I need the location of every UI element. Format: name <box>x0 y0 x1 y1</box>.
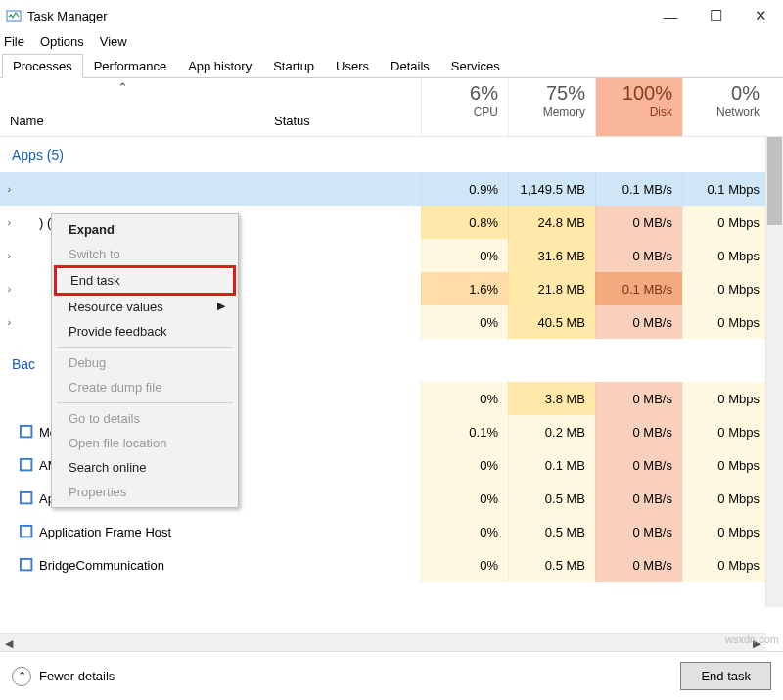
disk-pct: 100% <box>596 82 672 105</box>
net-cell: 0 Mbps <box>682 382 769 415</box>
col-status[interactable]: Status <box>274 78 421 136</box>
disk-cell: 0 MB/s <box>595 415 682 448</box>
expand-icon[interactable]: › <box>0 283 19 295</box>
col-disk[interactable]: 100% Disk <box>595 78 682 136</box>
expand-icon[interactable]: › <box>0 183 19 195</box>
ctx-open-location: Open file location <box>55 431 235 455</box>
title-bar: Task Manager — ☐ ✕ <box>0 0 783 31</box>
app-icon <box>19 391 33 406</box>
net-cell: 0 Mbps <box>682 515 769 548</box>
net-cell: 0 Mbps <box>682 482 769 515</box>
mem-cell: 40.5 MB <box>508 305 595 339</box>
group-apps[interactable]: Apps (5) <box>0 137 783 172</box>
table-row[interactable]: › 0.9% 1,149.5 MB 0.1 MB/s 0.1 Mbps <box>0 172 783 206</box>
vertical-scrollbar[interactable] <box>765 137 783 607</box>
mem-cell: 0.5 MB <box>508 515 595 548</box>
disk-cell: 0 MB/s <box>595 548 682 582</box>
col-memory[interactable]: 75% Memory <box>508 78 595 136</box>
tab-processes[interactable]: Processes <box>2 54 83 78</box>
mem-cell: 0.5 MB <box>508 548 595 582</box>
table-row[interactable]: BridgeCommunication 0% 0.5 MB 0 MB/s 0 M… <box>0 548 783 582</box>
col-cpu[interactable]: 6% CPU <box>421 78 508 136</box>
table-row[interactable]: Application Frame Host 0% 0.5 MB 0 MB/s … <box>0 515 783 548</box>
ctx-expand[interactable]: Expand <box>55 217 235 242</box>
horizontal-scrollbar[interactable]: ◀ ▶ <box>0 633 765 651</box>
svg-rect-2 <box>22 427 31 437</box>
context-menu: Expand Switch to End task Resource value… <box>51 213 239 508</box>
disk-cell: 0 MB/s <box>595 482 682 515</box>
column-headers: ⌃ Name Status 6% CPU 75% Memory 100% Dis… <box>0 78 783 137</box>
app-icon <box>19 457 33 473</box>
cpu-cell: 0.8% <box>421 206 508 239</box>
close-button[interactable]: ✕ <box>738 0 783 31</box>
mem-cell: 0.1 MB <box>508 448 595 482</box>
mem-cell: 24.8 MB <box>508 206 595 239</box>
net-cell: 0 Mbps <box>682 548 769 582</box>
app-icon <box>19 490 33 506</box>
mem-cell: 0.5 MB <box>508 482 595 515</box>
cpu-label: CPU <box>422 105 498 118</box>
svg-rect-8 <box>22 527 31 537</box>
app-icon <box>19 424 33 440</box>
separator <box>57 347 233 348</box>
submenu-arrow-icon: ▶ <box>217 300 225 312</box>
disk-cell: 0.1 MB/s <box>595 172 682 206</box>
cpu-cell: 0.9% <box>421 172 508 206</box>
app-icon <box>19 214 33 230</box>
ctx-provide-feedback[interactable]: Provide feedback <box>55 319 235 344</box>
app-icon <box>19 557 33 573</box>
mem-cell: 0.2 MB <box>508 415 595 448</box>
col-name-label: Name <box>10 114 44 128</box>
tab-strip: Processes Performance App history Startu… <box>0 53 783 78</box>
tab-services[interactable]: Services <box>440 54 511 78</box>
end-task-button[interactable]: End task <box>680 662 771 690</box>
scroll-left-icon[interactable]: ◀ <box>0 634 18 652</box>
disk-label: Disk <box>596 105 672 118</box>
tab-performance[interactable]: Performance <box>83 54 177 78</box>
app-icon <box>19 281 33 297</box>
ctx-go-to-details: Go to details <box>55 406 235 431</box>
maximize-button[interactable]: ☐ <box>693 0 738 31</box>
menu-view[interactable]: View <box>100 34 127 49</box>
fewer-details-label: Fewer details <box>39 669 115 683</box>
tab-app-history[interactable]: App history <box>177 54 262 78</box>
tab-startup[interactable]: Startup <box>262 54 325 78</box>
task-manager-icon <box>6 8 22 23</box>
menu-file[interactable]: File <box>4 34 24 49</box>
ctx-debug: Debug <box>55 350 235 375</box>
disk-cell: 0 MB/s <box>595 382 682 415</box>
scrollbar-thumb[interactable] <box>767 137 782 225</box>
col-status-label: Status <box>274 114 310 128</box>
disk-cell: 0 MB/s <box>595 239 682 272</box>
ctx-end-task[interactable]: End task <box>57 268 233 293</box>
expand-icon[interactable]: › <box>0 216 19 228</box>
fewer-details-button[interactable]: ⌃ Fewer details <box>12 667 115 686</box>
svg-rect-4 <box>22 460 31 470</box>
cpu-cell: 0% <box>421 515 508 548</box>
expand-icon[interactable]: › <box>0 316 19 328</box>
disk-cell: 0 MB/s <box>595 206 682 239</box>
mem-pct: 75% <box>509 82 585 105</box>
net-cell: 0 Mbps <box>682 305 769 339</box>
ctx-resource-values[interactable]: Resource values▶ <box>55 295 235 319</box>
col-name[interactable]: ⌃ Name <box>0 78 274 136</box>
minimize-button[interactable]: — <box>648 0 693 31</box>
tab-users[interactable]: Users <box>325 54 380 78</box>
cpu-cell: 0% <box>421 548 508 582</box>
chevron-up-icon: ⌃ <box>12 667 31 686</box>
cpu-cell: 0.1% <box>421 415 508 448</box>
cpu-cell: 0% <box>421 239 508 272</box>
disk-cell: 0.1 MB/s <box>595 272 682 305</box>
tab-details[interactable]: Details <box>380 54 440 78</box>
col-network[interactable]: 0% Network <box>682 78 769 136</box>
svg-rect-6 <box>22 493 31 503</box>
disk-cell: 0 MB/s <box>595 515 682 548</box>
menu-options[interactable]: Options <box>40 34 84 49</box>
ctx-resource-values-label: Resource values <box>69 300 163 314</box>
sort-arrow-icon: ⌃ <box>117 80 128 95</box>
cpu-cell: 0% <box>421 482 508 515</box>
ctx-search-online[interactable]: Search online <box>55 455 235 480</box>
mem-cell: 3.8 MB <box>508 382 595 415</box>
expand-icon[interactable]: › <box>0 250 19 261</box>
separator <box>57 402 233 403</box>
